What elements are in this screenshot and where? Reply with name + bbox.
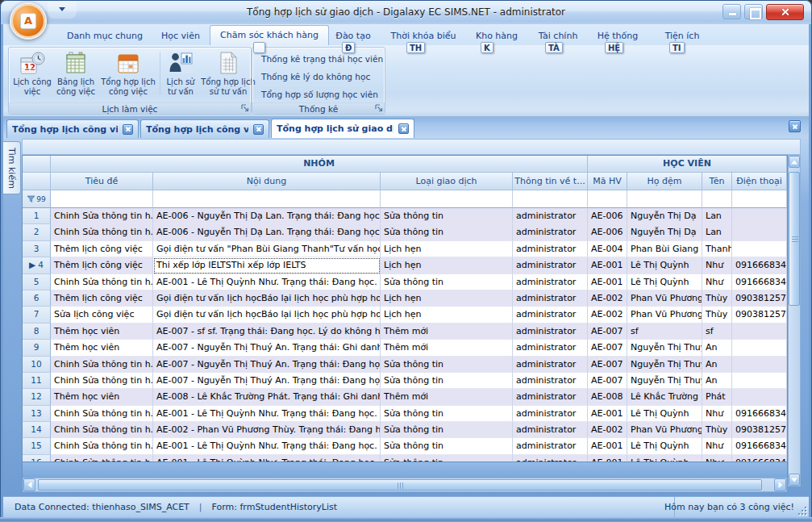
close-icon[interactable] <box>789 120 801 132</box>
cell-dien-thoai[interactable] <box>732 389 787 405</box>
cell-noi-dung[interactable]: Gọi điện tư vấn lịch họcBáo lại lịch học… <box>153 307 381 323</box>
ribbon-tab-kho-hang[interactable]: Kho hàng <box>473 27 521 45</box>
lich-cong-viec-button[interactable]: 12 Lịch công việc <box>11 49 53 102</box>
cell-loai[interactable]: Sửa thông tin <box>381 438 513 454</box>
row-indicator[interactable]: 5 <box>23 274 51 290</box>
horizontal-scroll-thumb[interactable] <box>38 479 762 491</box>
cell-noi-dung[interactable]: AE-006 - Nguyễn Thị Dạ Lan. Trạng thái: … <box>153 208 381 224</box>
cell-loai[interactable]: Sửa thông tin <box>381 455 513 462</box>
cell-ten[interactable]: Thùy <box>702 290 732 307</box>
tong-hop-lich-cong-viec-button[interactable]: Tổng hợp lịch công việc <box>98 49 158 102</box>
cell-dien-thoai[interactable]: 0903812577 <box>732 290 787 307</box>
cell-ten[interactable]: Như <box>702 406 732 422</box>
cell-thong-tin[interactable]: administrator <box>513 422 588 438</box>
cell-thong-tin[interactable]: administrator <box>513 224 588 240</box>
cell-noi-dung[interactable]: AE-001 - Lê Thị Quỳnh Như. Trạng thái: Đ… <box>153 455 381 462</box>
table-row[interactable]: 12Thêm học viênAE-008 - Lê Khắc Trường P… <box>23 389 787 405</box>
tong-hop-lich-su-tu-van-button[interactable]: Tổng hợp lịch sử tư vấn <box>199 49 257 102</box>
cell-ma-hv[interactable]: AE-007 <box>588 373 627 389</box>
cell-ten[interactable]: Lan <box>702 208 732 224</box>
cell-ma-hv[interactable]: AE-001 <box>588 455 627 462</box>
cell-tieu-de[interactable]: Chinh Sửa thông tin h... <box>51 406 153 422</box>
row-indicator[interactable]: 8 <box>23 324 51 340</box>
cell-noi-dung[interactable]: AE-007 - sf sf. Trạng thái: Đang học. Lý… <box>153 324 381 340</box>
row-indicator[interactable]: 13 <box>23 406 51 422</box>
table-row[interactable]: 5Chinh Sửa thông tin h...AE-001 - Lê Thị… <box>23 274 787 290</box>
horizontal-scrollbar[interactable] <box>23 478 787 492</box>
cell-loai[interactable]: Sửa thông tin <box>381 357 513 373</box>
cell-noi-dung[interactable]: Thi xếp lớp IELTSThi xếp lớp IELTS <box>153 257 381 274</box>
column-header-ma-hv[interactable]: Mã HV <box>588 173 627 190</box>
cell-ma-hv[interactable]: AE-001 <box>588 406 627 422</box>
cell-loai[interactable]: Sửa thông tin <box>381 208 513 224</box>
cell-thong-tin[interactable]: administrator <box>513 438 588 454</box>
cell-ten[interactable]: Như <box>702 274 732 290</box>
cell-ma-hv[interactable]: AE-002 <box>588 290 627 307</box>
filter-cell[interactable] <box>627 190 702 208</box>
cell-ho-dem[interactable]: Lê Khắc Trường <box>627 389 702 405</box>
table-row[interactable]: 9Thêm học viênAE-007 - Nguyễn Thị Thuý A… <box>23 340 787 356</box>
table-row[interactable]: 16Chinh Sửa thông tin h...AE-001 - Lê Th… <box>23 455 787 462</box>
scroll-up-button[interactable] <box>789 156 800 168</box>
doc-tab-tong-hop-lich-cong-viec-1[interactable]: Tổng hợp lịch công việc <box>6 119 139 138</box>
filter-cell[interactable] <box>51 190 153 208</box>
cell-tieu-de[interactable]: Chinh Sửa thông tin h... <box>51 208 153 224</box>
cell-dien-thoai[interactable] <box>732 208 787 224</box>
filter-cell[interactable] <box>513 190 588 208</box>
row-indicator[interactable]: 10 <box>23 357 51 373</box>
column-header-thong-tin[interactable]: Thông tin về t... <box>513 173 588 190</box>
cell-thong-tin[interactable]: administrator <box>513 373 588 389</box>
column-header-noi-dung[interactable]: Nội dung <box>153 173 381 190</box>
cell-ten[interactable]: An <box>702 340 732 356</box>
column-header-loai-giao-dich[interactable]: Loại giao dịch <box>381 173 513 190</box>
cell-ho-dem[interactable]: Nguyễn Thị Dạ <box>627 224 702 240</box>
cell-loai[interactable]: Sửa thông tin <box>381 274 513 290</box>
cell-ten[interactable]: Như <box>702 438 732 454</box>
table-row[interactable]: 3Thêm lịch công việcGọi điện tư vấn "Pha… <box>23 241 787 257</box>
cell-ho-dem[interactable]: Nguyễn Thị Thuý <box>627 357 702 373</box>
cell-ho-dem[interactable]: Lê Thị Quỳnh <box>627 274 702 290</box>
cell-noi-dung[interactable]: AE-002 - Phan Vũ Phương Thùy. Trạng thái… <box>153 422 381 438</box>
cell-dien-thoai[interactable] <box>732 241 787 257</box>
cell-loai[interactable]: Thêm mới <box>381 324 513 340</box>
cell-noi-dung[interactable]: Gọi điện tư vấn "Phan Bùi Giang Thanh"Tư… <box>153 241 381 257</box>
cell-noi-dung[interactable]: AE-006 - Nguyễn Thị Dạ Lan. Trạng thái: … <box>153 224 381 240</box>
cell-thong-tin[interactable]: administrator <box>513 241 588 257</box>
cell-ten[interactable]: An <box>702 357 732 373</box>
table-row[interactable]: 10Chinh Sửa thông tin h...AE-007 - Nguyễ… <box>23 357 787 373</box>
search-panel-tab[interactable]: Tìm kiếm <box>3 141 21 194</box>
tasks-panel[interactable]: Hôm nay bạn có 3 công việc! <box>674 497 809 517</box>
cell-noi-dung[interactable]: Gọi điện tư vấn lịch họcBáo lại lịch học… <box>153 290 381 307</box>
cell-ho-dem[interactable]: Nguyễn Thị Thuý <box>627 340 702 356</box>
cell-tieu-de[interactable]: Thêm lịch công việc <box>51 241 153 257</box>
cell-ho-dem[interactable]: Nguyễn Thị Dạ <box>627 208 702 224</box>
table-row[interactable]: ▶ 4Thêm lịch công việcThi xếp lớp IELTST… <box>23 257 787 274</box>
cell-tieu-de[interactable]: Sửa lịch công việc <box>51 307 153 323</box>
cell-tieu-de[interactable]: Thêm lịch công việc <box>51 257 153 274</box>
cell-thong-tin[interactable]: administrator <box>513 290 588 307</box>
cell-ma-hv[interactable]: AE-008 <box>588 389 627 405</box>
cell-loai[interactable]: Lịch hẹn <box>381 257 513 274</box>
dialog-launcher-icon[interactable] <box>241 104 249 112</box>
table-row[interactable]: 7Sửa lịch công việcGọi điện tư vấn lịch … <box>23 307 787 323</box>
vertical-scrollbar[interactable] <box>788 155 801 487</box>
cell-thong-tin[interactable]: administrator <box>513 357 588 373</box>
row-indicator[interactable]: 3 <box>23 241 51 257</box>
row-indicator[interactable]: 12 <box>23 389 51 405</box>
cell-tieu-de[interactable]: Thêm học viên <box>51 324 153 340</box>
cell-ho-dem[interactable]: Lê Thị Quỳnh <box>627 406 702 422</box>
cell-ten[interactable]: An <box>702 373 732 389</box>
row-indicator[interactable]: 15 <box>23 438 51 454</box>
doc-tab-tong-hop-lich-su-giao-dich[interactable]: Tổng hợp lịch sử giao dịch <box>271 119 414 138</box>
cell-loai[interactable]: Sửa thông tin <box>381 373 513 389</box>
cell-loai[interactable]: Thêm mới <box>381 340 513 356</box>
cell-ho-dem[interactable]: Lê Thị Quỳnh <box>627 455 702 462</box>
cell-loai[interactable]: Sửa thông tin <box>381 224 513 240</box>
vertical-scroll-thumb[interactable] <box>789 172 800 306</box>
cell-tieu-de[interactable]: Chinh Sửa thông tin h... <box>51 274 153 290</box>
filter-cell[interactable] <box>153 190 381 208</box>
close-icon[interactable] <box>253 124 264 135</box>
table-row[interactable]: 13Chinh Sửa thông tin h...AE-001 - Lê Th… <box>23 406 787 422</box>
cell-tieu-de[interactable]: Chinh Sửa thông tin h... <box>51 455 153 462</box>
cell-ho-dem[interactable]: Lê Thị Quỳnh <box>627 257 702 274</box>
